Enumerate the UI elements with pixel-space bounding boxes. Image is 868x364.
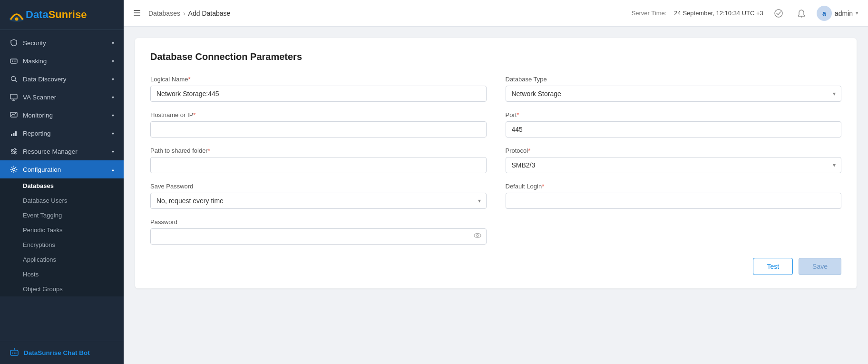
svg-rect-13: [15, 131, 17, 136]
monitor-icon: [10, 93, 18, 101]
breadcrumb-parent[interactable]: Databases: [148, 10, 180, 17]
user-chevron-icon: ▾: [856, 10, 858, 16]
submenu-hosts[interactable]: Hosts: [0, 267, 124, 282]
server-time-value: 24 September, 12:10:34 UTC +3: [674, 10, 763, 17]
logo-sunrise: Sunrise: [49, 9, 87, 20]
port-input[interactable]: [506, 121, 842, 138]
checkmark-icon[interactable]: [771, 6, 786, 21]
sidebar-item-data-discovery[interactable]: Data Discovery ▾: [0, 70, 124, 88]
sidebar-item-label: Masking: [23, 58, 47, 65]
hamburger-icon[interactable]: ☰: [133, 8, 141, 19]
password-input[interactable]: [150, 228, 487, 245]
form-card: Database Connection Parameters Logical N…: [135, 38, 857, 288]
svg-point-22: [12, 353, 13, 354]
database-type-group: Database Type Network Storage MySQL Post…: [506, 76, 842, 102]
configuration-submenu: Databases Database Users Event Tagging P…: [0, 178, 124, 296]
test-button[interactable]: Test: [753, 258, 793, 275]
svg-point-23: [14, 353, 15, 354]
monitoring-icon: [10, 111, 18, 119]
logo-icon: [8, 6, 26, 24]
content-area: Database Connection Parameters Logical N…: [124, 27, 868, 364]
database-type-select[interactable]: Network Storage MySQL PostgreSQL Oracle …: [506, 86, 842, 102]
sidebar-item-label: Security: [23, 39, 46, 47]
svg-line-6: [15, 80, 17, 82]
submenu-object-groups[interactable]: Object Groups: [0, 282, 124, 296]
breadcrumb-separator: ›: [183, 10, 185, 17]
sidebar-item-label: VA Scanner: [23, 94, 56, 101]
topbar-right: Server Time: 24 September, 12:10:34 UTC …: [632, 6, 858, 21]
svg-point-3: [12, 60, 13, 61]
sidebar: DataSunrise Security ▾ Masking ▾ Data Di…: [0, 0, 124, 364]
svg-rect-12: [13, 133, 15, 136]
sidebar-item-label: Reporting: [23, 130, 51, 137]
submenu-database-users[interactable]: Database Users: [0, 193, 124, 208]
submenu-databases[interactable]: Databases: [0, 178, 124, 193]
save-password-select[interactable]: No, request every time Yes, save passwor…: [150, 193, 487, 209]
sidebar-item-label: Configuration: [23, 166, 61, 173]
svg-point-18: [11, 150, 13, 152]
shield-icon: [10, 39, 18, 47]
form-title: Database Connection Parameters: [150, 51, 841, 62]
path-group: Path to shared folder*: [150, 147, 487, 173]
save-button[interactable]: Save: [799, 258, 841, 275]
chatbot-label: DataSunrise Chat Bot: [24, 349, 90, 356]
sidebar-item-security[interactable]: Security ▾: [0, 34, 124, 52]
svg-point-29: [474, 234, 481, 238]
topbar-left: ☰ Databases › Add Database: [133, 8, 624, 19]
hostname-input[interactable]: [150, 121, 487, 138]
sidebar-menu: Security ▾ Masking ▾ Data Discovery ▾ VA…: [0, 30, 124, 341]
chevron-down-icon: ▾: [112, 95, 114, 100]
svg-rect-2: [10, 59, 17, 63]
sidebar-item-configuration[interactable]: Configuration ▴: [0, 160, 124, 178]
protocol-group: Protocol* SMB2/3 NFS FTP ▾: [506, 147, 842, 173]
sidebar-item-resource-manager[interactable]: Resource Manager ▾: [0, 142, 124, 160]
search-icon: [10, 75, 18, 83]
user-avatar: a: [817, 6, 832, 21]
svg-point-28: [801, 16, 802, 17]
save-password-group: Save Password No, request every time Yes…: [150, 183, 487, 209]
svg-point-24: [15, 353, 16, 354]
svg-rect-7: [10, 94, 17, 99]
submenu-applications[interactable]: Applications: [0, 252, 124, 267]
svg-point-19: [14, 152, 16, 154]
form-grid: Logical Name* Database Type Network Stor…: [150, 76, 841, 245]
svg-point-20: [13, 168, 15, 171]
breadcrumb: Databases › Add Database: [148, 10, 230, 17]
chart-icon: [10, 129, 18, 138]
hostname-group: Hostname or IP*: [150, 111, 487, 138]
logo-data: Data: [26, 9, 49, 20]
port-group: Port*: [506, 111, 842, 138]
chevron-down-icon: ▾: [112, 149, 114, 154]
submenu-encryptions[interactable]: Encryptions: [0, 237, 124, 252]
sidebar-item-label: Monitoring: [23, 112, 53, 119]
sidebar-item-masking[interactable]: Masking ▾: [0, 52, 124, 70]
chevron-down-icon: ▾: [112, 131, 114, 136]
svg-point-1: [15, 18, 19, 21]
password-toggle-icon[interactable]: [473, 231, 482, 242]
sidebar-item-va-scanner[interactable]: VA Scanner ▾: [0, 88, 124, 106]
bell-icon[interactable]: [794, 6, 809, 21]
save-password-label: Save Password: [150, 183, 487, 190]
server-time-label: Server Time:: [632, 10, 667, 17]
default-login-label: Default Login*: [506, 183, 842, 190]
form-actions: Test Save: [150, 258, 841, 275]
svg-point-17: [14, 148, 16, 150]
svg-point-27: [775, 10, 782, 17]
chevron-down-icon: ▾: [112, 40, 114, 46]
config-icon: [10, 165, 18, 174]
default-login-input[interactable]: [506, 193, 842, 209]
svg-rect-11: [11, 134, 12, 136]
sidebar-item-reporting[interactable]: Reporting ▾: [0, 124, 124, 142]
sidebar-item-label: Data Discovery: [23, 76, 67, 83]
chevron-down-icon: ▾: [112, 59, 114, 64]
path-input[interactable]: [150, 157, 487, 173]
user-menu[interactable]: a admin ▾: [817, 6, 858, 21]
logical-name-input[interactable]: [150, 86, 487, 102]
protocol-select[interactable]: SMB2/3 NFS FTP: [506, 157, 842, 173]
submenu-event-tagging[interactable]: Event Tagging: [0, 208, 124, 223]
sidebar-item-monitoring[interactable]: Monitoring ▾: [0, 106, 124, 124]
chevron-down-icon: ▾: [112, 77, 114, 82]
submenu-periodic-tasks[interactable]: Periodic Tasks: [0, 223, 124, 237]
port-label: Port*: [506, 111, 842, 118]
chatbot-button[interactable]: DataSunrise Chat Bot: [0, 341, 124, 364]
